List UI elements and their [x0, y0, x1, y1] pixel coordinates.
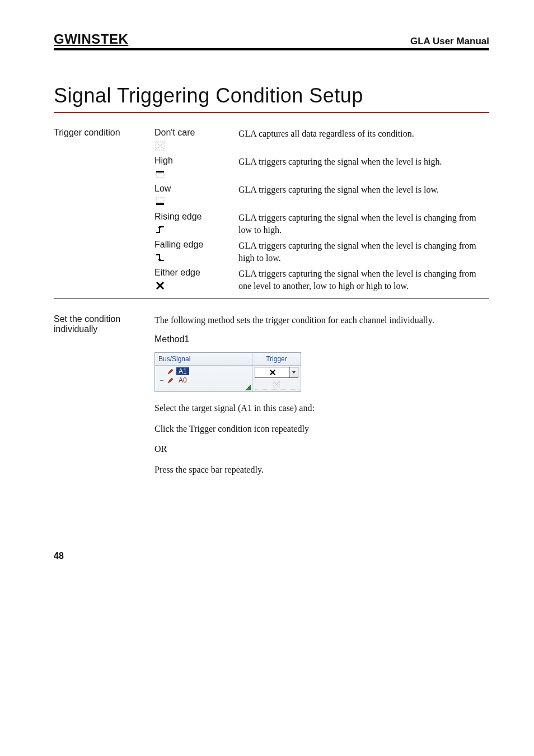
falling-edge-desc: GLA triggers capturing the signal when t… [238, 239, 489, 267]
dont-care-desc: GLA captures all data regardless of its … [238, 127, 489, 155]
either-edge-label: Either edge [154, 268, 233, 278]
dont-care-label: Don't care [154, 128, 233, 138]
signal-a0-label: A0 [176, 376, 189, 384]
title-rule [54, 112, 489, 113]
high-level-icon [154, 168, 166, 179]
table-rule [54, 298, 489, 301]
ui-screenshot: Bus/Signal A1 − A0 [154, 352, 301, 392]
section-title: Signal Triggering Condition Setup [54, 84, 489, 108]
chevron-down-icon [292, 370, 296, 375]
step-select-target: Select the target signal (A1 in this cas… [154, 402, 489, 414]
brand-logo: GWINSTEK [54, 31, 128, 47]
rising-edge-label: Rising edge [154, 212, 233, 222]
trigger-condition-button[interactable] [255, 368, 289, 376]
signal-a1-label: A1 [176, 367, 189, 375]
bus-signal-header[interactable]: Bus/Signal [155, 353, 252, 366]
tree-spacer-icon [158, 368, 165, 375]
either-edge-icon [154, 280, 166, 291]
resize-grip-icon[interactable] [245, 385, 251, 390]
low-label: Low [154, 184, 233, 194]
set-individually-intro: The following method sets the trigger co… [154, 314, 489, 326]
falling-edge-icon [154, 252, 166, 263]
page-number: 48 [54, 551, 489, 561]
tree-expand-icon[interactable]: − [158, 377, 165, 384]
falling-edge-label: Falling edge [154, 240, 233, 250]
low-level-icon [154, 196, 166, 207]
page-header: GWINSTEK GLA User Manual [54, 31, 489, 50]
rising-edge-icon [154, 224, 166, 235]
trigger-condition-label: Trigger condition [54, 127, 149, 155]
manual-title: GLA User Manual [410, 36, 489, 47]
step-click-icon: Click the Trigger condition icon repeate… [154, 423, 489, 435]
pen-icon [167, 368, 174, 375]
step-press-space: Press the space bar repeatedly. [154, 464, 489, 476]
either-edge-desc: GLA triggers capturing the signal when t… [238, 267, 489, 295]
signal-row-a1[interactable]: A1 [157, 367, 250, 376]
pen-icon [167, 377, 174, 384]
low-desc: GLA triggers capturing the signal when t… [238, 183, 489, 211]
high-label: High [154, 156, 233, 166]
dont-care-icon [273, 380, 280, 388]
set-individually-label: Set the condition individually [54, 314, 149, 484]
trigger-dropdown-button[interactable] [289, 367, 298, 377]
trigger-column-header[interactable]: Trigger [252, 353, 301, 366]
rising-edge-desc: GLA triggers capturing the signal when t… [238, 211, 489, 239]
signal-row-a0[interactable]: − A0 [157, 376, 250, 385]
method-heading: Method1 [154, 334, 489, 344]
trigger-cell-a0[interactable] [255, 379, 298, 390]
high-desc: GLA triggers capturing the signal when t… [238, 155, 489, 183]
dont-care-icon [154, 140, 166, 151]
or-label: OR [154, 443, 489, 455]
